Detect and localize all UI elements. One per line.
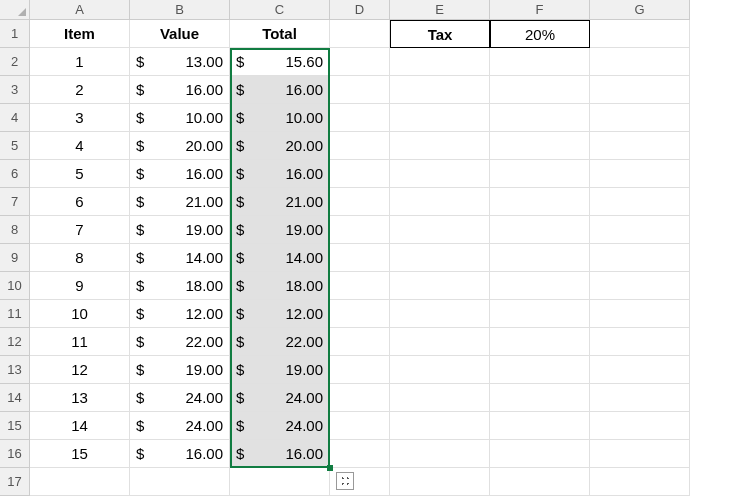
cell[interactable]: $16.00 bbox=[230, 76, 330, 104]
cell[interactable] bbox=[590, 272, 690, 300]
cell[interactable]: $19.00 bbox=[130, 356, 230, 384]
cell[interactable] bbox=[390, 160, 490, 188]
cell[interactable] bbox=[590, 216, 690, 244]
autofill-options-icon[interactable] bbox=[336, 472, 354, 490]
cell[interactable] bbox=[390, 300, 490, 328]
cell[interactable] bbox=[590, 48, 690, 76]
cell[interactable] bbox=[330, 440, 390, 468]
cell[interactable]: $12.00 bbox=[130, 300, 230, 328]
cell[interactable] bbox=[590, 76, 690, 104]
row-header[interactable]: 12 bbox=[0, 328, 30, 356]
cell[interactable] bbox=[330, 300, 390, 328]
col-header-F[interactable]: F bbox=[490, 0, 590, 20]
row-header[interactable]: 13 bbox=[0, 356, 30, 384]
cell[interactable] bbox=[390, 384, 490, 412]
cell[interactable]: $14.00 bbox=[130, 244, 230, 272]
cell[interactable] bbox=[490, 132, 590, 160]
cell[interactable]: $14.00 bbox=[230, 244, 330, 272]
cell[interactable] bbox=[390, 48, 490, 76]
cell[interactable]: 14 bbox=[30, 412, 130, 440]
cell[interactable] bbox=[390, 216, 490, 244]
row-header[interactable]: 16 bbox=[0, 440, 30, 468]
cell[interactable] bbox=[390, 272, 490, 300]
cell[interactable] bbox=[590, 384, 690, 412]
row-header[interactable]: 11 bbox=[0, 300, 30, 328]
cell[interactable] bbox=[390, 104, 490, 132]
cell[interactable] bbox=[590, 300, 690, 328]
cell[interactable] bbox=[490, 356, 590, 384]
cell[interactable]: $24.00 bbox=[130, 384, 230, 412]
cell[interactable] bbox=[330, 76, 390, 104]
select-all-corner[interactable] bbox=[0, 0, 30, 20]
col-header-B[interactable]: B bbox=[130, 0, 230, 20]
cell[interactable]: $16.00 bbox=[130, 160, 230, 188]
cell[interactable] bbox=[590, 356, 690, 384]
row-header[interactable]: 1 bbox=[0, 20, 30, 48]
cell[interactable]: $22.00 bbox=[230, 328, 330, 356]
cell[interactable]: $22.00 bbox=[130, 328, 230, 356]
cell[interactable] bbox=[590, 132, 690, 160]
col-header-G[interactable]: G bbox=[590, 0, 690, 20]
cell[interactable]: 2 bbox=[30, 76, 130, 104]
cell[interactable]: 20% bbox=[490, 20, 590, 48]
row-header[interactable]: 10 bbox=[0, 272, 30, 300]
row-header[interactable]: 4 bbox=[0, 104, 30, 132]
row-header[interactable]: 15 bbox=[0, 412, 30, 440]
cell[interactable]: $18.00 bbox=[130, 272, 230, 300]
cell[interactable] bbox=[590, 440, 690, 468]
cell[interactable] bbox=[490, 440, 590, 468]
cell[interactable]: 3 bbox=[30, 104, 130, 132]
cell[interactable]: 13 bbox=[30, 384, 130, 412]
cell[interactable]: 6 bbox=[30, 188, 130, 216]
cell[interactable] bbox=[590, 328, 690, 356]
cell[interactable] bbox=[390, 412, 490, 440]
cell[interactable] bbox=[330, 160, 390, 188]
cell[interactable]: 12 bbox=[30, 356, 130, 384]
cell[interactable] bbox=[390, 356, 490, 384]
row-header[interactable]: 7 bbox=[0, 188, 30, 216]
cell[interactable] bbox=[330, 244, 390, 272]
cell[interactable]: $16.00 bbox=[130, 440, 230, 468]
cell[interactable] bbox=[330, 356, 390, 384]
cell[interactable]: Value bbox=[130, 20, 230, 48]
cell[interactable]: $20.00 bbox=[230, 132, 330, 160]
cell[interactable] bbox=[390, 440, 490, 468]
cell[interactable]: $21.00 bbox=[130, 188, 230, 216]
cell[interactable]: $10.00 bbox=[230, 104, 330, 132]
row-header[interactable]: 17 bbox=[0, 468, 30, 496]
cell[interactable] bbox=[590, 244, 690, 272]
cell[interactable] bbox=[490, 244, 590, 272]
cell[interactable] bbox=[390, 132, 490, 160]
cell[interactable] bbox=[330, 384, 390, 412]
cell[interactable]: $19.00 bbox=[230, 216, 330, 244]
cell[interactable] bbox=[330, 188, 390, 216]
cell[interactable]: 11 bbox=[30, 328, 130, 356]
cell[interactable] bbox=[490, 300, 590, 328]
cell[interactable]: 1 bbox=[30, 48, 130, 76]
cell[interactable] bbox=[490, 48, 590, 76]
cell[interactable]: $24.00 bbox=[230, 384, 330, 412]
cell[interactable]: 15 bbox=[30, 440, 130, 468]
cell[interactable] bbox=[390, 188, 490, 216]
cell[interactable] bbox=[490, 468, 590, 496]
cell[interactable] bbox=[490, 188, 590, 216]
cell[interactable]: $16.00 bbox=[230, 440, 330, 468]
row-header[interactable]: 5 bbox=[0, 132, 30, 160]
cell[interactable]: Tax bbox=[390, 20, 490, 48]
row-header[interactable]: 6 bbox=[0, 160, 30, 188]
cell[interactable] bbox=[490, 216, 590, 244]
cell[interactable]: $19.00 bbox=[130, 216, 230, 244]
cell[interactable] bbox=[490, 272, 590, 300]
cell[interactable] bbox=[130, 468, 230, 496]
cell[interactable] bbox=[390, 468, 490, 496]
cell[interactable]: $20.00 bbox=[130, 132, 230, 160]
cell[interactable]: $12.00 bbox=[230, 300, 330, 328]
cell[interactable]: $16.00 bbox=[230, 160, 330, 188]
col-header-C[interactable]: C bbox=[230, 0, 330, 20]
cell[interactable] bbox=[330, 20, 390, 48]
cell[interactable] bbox=[590, 160, 690, 188]
cell[interactable]: $10.00 bbox=[130, 104, 230, 132]
cell[interactable] bbox=[590, 468, 690, 496]
cell[interactable] bbox=[390, 76, 490, 104]
col-header-A[interactable]: A bbox=[30, 0, 130, 20]
